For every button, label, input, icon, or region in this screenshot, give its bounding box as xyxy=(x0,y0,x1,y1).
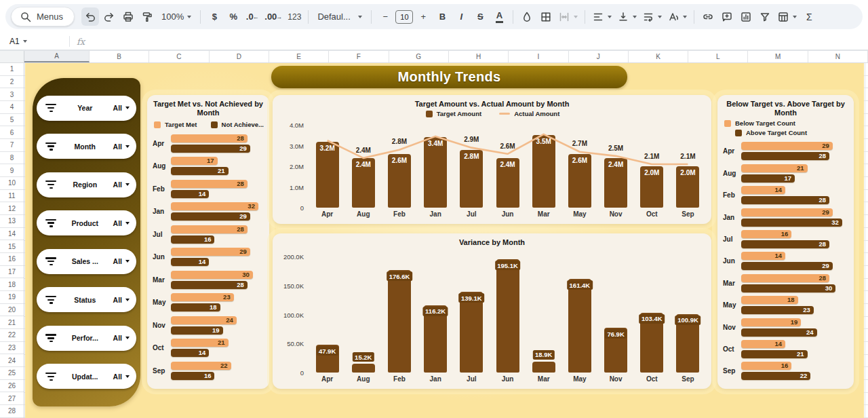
chart-target-vs-actual-panel[interactable]: Target Amount vs. Actual Amount by Month… xyxy=(273,95,711,224)
filter-value-dropdown[interactable]: All xyxy=(113,104,130,112)
row-header-22[interactable]: 22 xyxy=(0,329,24,342)
filter-value-dropdown[interactable]: All xyxy=(113,142,130,151)
row-header-1[interactable]: 1 xyxy=(0,63,24,76)
row-header-5[interactable]: 5 xyxy=(0,114,24,127)
text-wrap-button[interactable] xyxy=(640,7,664,26)
cell-name-box[interactable]: A1 xyxy=(0,37,62,46)
row-header-3[interactable]: 3 xyxy=(0,88,24,101)
column-header-L[interactable]: L xyxy=(688,51,748,62)
filter-month[interactable]: MonthAll xyxy=(37,134,136,159)
merge-cells-button[interactable] xyxy=(556,7,580,26)
bar-pair: 1628 xyxy=(741,230,848,248)
table-button[interactable] xyxy=(775,7,799,26)
vertical-align-button[interactable] xyxy=(615,7,639,26)
decrease-decimal-button[interactable]: .0← xyxy=(243,7,261,26)
filter-region[interactable]: RegionAll xyxy=(37,172,136,197)
paint-format-button[interactable] xyxy=(138,7,156,26)
row-header-18[interactable]: 18 xyxy=(0,278,24,291)
insert-chart-button[interactable] xyxy=(737,7,755,26)
borders-button[interactable] xyxy=(537,7,555,26)
column-header-N[interactable]: N xyxy=(808,51,868,62)
horizontal-align-button[interactable] xyxy=(590,7,614,26)
row-header-27[interactable]: 27 xyxy=(0,392,24,405)
row-header-20[interactable]: 20 xyxy=(0,304,24,317)
text-rotation-button[interactable] xyxy=(665,7,689,26)
row-header-15[interactable]: 15 xyxy=(0,240,24,253)
row-header-21[interactable]: 21 xyxy=(0,316,24,329)
row-header-24[interactable]: 24 xyxy=(0,354,24,367)
row-header-7[interactable]: 7 xyxy=(0,139,24,152)
insert-link-button[interactable] xyxy=(699,7,717,26)
row-header-4[interactable]: 4 xyxy=(0,101,24,114)
zoom-control[interactable]: 100% xyxy=(157,7,195,26)
filter-value-dropdown[interactable]: All xyxy=(113,219,130,227)
italic-button[interactable]: I xyxy=(452,7,470,26)
column-header-G[interactable]: G xyxy=(389,51,449,62)
fill-color-button[interactable] xyxy=(518,7,536,26)
strikethrough-button[interactable]: S xyxy=(471,7,489,26)
column-header-J[interactable]: J xyxy=(569,51,629,62)
filter-value-dropdown[interactable]: All xyxy=(113,180,130,189)
filter-year[interactable]: YearAll xyxy=(37,96,136,121)
create-filter-button[interactable] xyxy=(756,7,774,26)
chart-below-above-panel[interactable]: Below Target vs. Above Target by Month B… xyxy=(717,95,854,389)
column-header-E[interactable]: E xyxy=(269,51,329,62)
filter-value-dropdown[interactable]: All xyxy=(113,334,130,342)
filter-perfor[interactable]: Perfor...All xyxy=(37,326,136,351)
sheet-canvas[interactable]: Monthly Trends YearAllMonthAllRegionAllP… xyxy=(24,63,868,418)
column-header-D[interactable]: D xyxy=(210,51,269,62)
row-header-2[interactable]: 2 xyxy=(0,76,24,89)
row-header-28[interactable]: 28 xyxy=(0,405,24,418)
row-header-13[interactable]: 13 xyxy=(0,215,24,228)
row-header-14[interactable]: 14 xyxy=(0,228,24,241)
filter-sales[interactable]: Sales ...All xyxy=(37,249,136,274)
filter-product[interactable]: ProductAll xyxy=(37,210,136,235)
insert-comment-button[interactable] xyxy=(718,7,736,26)
row-header-16[interactable]: 16 xyxy=(0,253,24,266)
row-header-8[interactable]: 8 xyxy=(0,152,24,165)
column-header-A[interactable]: A xyxy=(24,51,90,62)
font-size-input[interactable]: 10 xyxy=(395,10,413,24)
undo-button[interactable] xyxy=(81,7,99,26)
print-button[interactable] xyxy=(119,7,137,26)
select-all-corner[interactable] xyxy=(0,51,24,62)
bold-button[interactable]: B xyxy=(433,7,451,26)
increase-font-size-button[interactable]: + xyxy=(414,7,432,26)
row-header-12[interactable]: 12 xyxy=(0,202,24,215)
x-axis-label: May xyxy=(561,208,597,219)
menus-button[interactable]: Menus xyxy=(11,7,75,26)
row-header-19[interactable]: 19 xyxy=(0,291,24,304)
column-header-H[interactable]: H xyxy=(449,51,509,62)
filter-updat[interactable]: Updat...All xyxy=(37,364,136,389)
row-header-26[interactable]: 26 xyxy=(0,380,24,393)
font-select[interactable]: Defaul... xyxy=(313,7,366,26)
functions-button[interactable]: Σ xyxy=(800,7,818,26)
row-header-25[interactable]: 25 xyxy=(0,367,24,380)
column-header-B[interactable]: B xyxy=(90,51,149,62)
format-percent-button[interactable]: % xyxy=(224,7,242,26)
filter-value-dropdown[interactable]: All xyxy=(113,373,130,381)
more-formats-button[interactable]: 123 xyxy=(285,7,303,26)
column-header-M[interactable]: M xyxy=(748,51,808,62)
format-currency-button[interactable]: $ xyxy=(205,7,223,26)
formula-input[interactable] xyxy=(85,33,868,50)
row-header-9[interactable]: 9 xyxy=(0,164,24,177)
filter-value-dropdown[interactable]: All xyxy=(113,257,130,265)
redo-button[interactable] xyxy=(100,7,118,26)
column-header-K[interactable]: K xyxy=(629,51,688,62)
row-header-23[interactable]: 23 xyxy=(0,342,24,355)
column-header-C[interactable]: C xyxy=(149,51,209,62)
chart-variance-panel[interactable]: Variance by Month 200.0K150.0K100.0K50.0… xyxy=(273,233,711,389)
column-header-F[interactable]: F xyxy=(329,51,389,62)
text-color-button[interactable]: A xyxy=(490,7,508,26)
row-header-6[interactable]: 6 xyxy=(0,126,24,139)
decrease-font-size-button[interactable]: − xyxy=(376,7,394,26)
filter-value-dropdown[interactable]: All xyxy=(113,296,130,304)
row-header-17[interactable]: 17 xyxy=(0,266,24,279)
increase-decimal-button[interactable]: .00→ xyxy=(262,7,284,26)
filter-status[interactable]: StatusAll xyxy=(37,287,136,312)
row-header-11[interactable]: 11 xyxy=(0,190,24,203)
chart-target-met-panel[interactable]: Target Met vs. Not Achieved by Month Tar… xyxy=(147,95,269,389)
column-header-I[interactable]: I xyxy=(509,51,568,62)
row-header-10[interactable]: 10 xyxy=(0,177,24,190)
